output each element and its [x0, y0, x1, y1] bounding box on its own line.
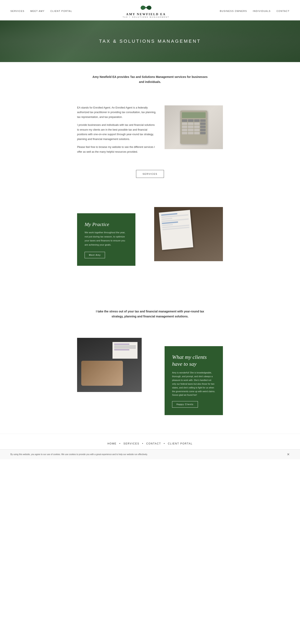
happy-clients-button[interactable]: Happy Clients: [172, 401, 198, 408]
nav-meet-amy[interactable]: MEET AMY: [30, 10, 44, 12]
testimonial-heading: What my clients have to say: [172, 354, 216, 368]
testimonial-text: Amy is wonderful! She is knowledgeable, …: [172, 371, 216, 397]
footer-client-portal[interactable]: CLIENT PORTAL: [168, 442, 193, 445]
calculator-visual: [164, 106, 223, 149]
about-image: [164, 106, 223, 149]
nav-business-owners[interactable]: BUSINESS OWNERS: [220, 10, 247, 12]
services-button[interactable]: SERVICES: [136, 170, 164, 178]
practice-section: My Practice We work together throughout …: [69, 213, 231, 272]
intro-section: Amy Newfield EA provides Tax and Solutio…: [88, 62, 212, 93]
meet-amy-button[interactable]: Meet Amy: [84, 252, 105, 258]
footer-sep-1: •: [120, 442, 122, 445]
footer-nav-links: HOME • SERVICES • CONTACT • CLIENT PORTA…: [4, 442, 296, 445]
about-section: EA stands for Enrolled Agent. An Enrolle…: [69, 106, 231, 158]
calculator-buttons: [182, 119, 206, 134]
invoice-lines: [161, 212, 190, 230]
invoice-line: [162, 224, 173, 226]
brand-sub: TAX + SOLUTIONS MANAGEMENT: [123, 16, 170, 18]
writing-visual: [77, 338, 142, 392]
main-nav: SERVICES MEET AMY CLIENT PORTAL AMY NEWF…: [0, 0, 300, 20]
nav-right: BUSINESS OWNERS INDIVIDUALS CONTACT: [220, 10, 290, 12]
services-button-wrap: SERVICES: [0, 166, 300, 188]
nav-client-portal-left[interactable]: CLIENT PORTAL: [50, 10, 72, 12]
practice-card: My Practice We work together throughout …: [77, 213, 136, 266]
invoice-visual: [154, 207, 223, 261]
footer-contact[interactable]: CONTACT: [146, 442, 161, 445]
hero-title: TAX & SOLUTIONS MANAGEMENT: [99, 38, 201, 44]
testimonial-card: What my clients have to say Amy is wonde…: [164, 346, 223, 415]
nav-contact[interactable]: CONTACT: [276, 10, 290, 12]
practice-image: [154, 207, 223, 261]
hand-visual: [81, 361, 123, 386]
about-para-1: EA stands for Enrolled Agent. An Enrolle…: [77, 106, 156, 120]
footer-services[interactable]: SERVICES: [124, 442, 140, 445]
cookie-close-button[interactable]: ✕: [283, 452, 290, 456]
invoice-line: [162, 218, 172, 220]
nav-left: SERVICES MEET AMY CLIENT PORTAL: [10, 10, 72, 12]
hero-section: TAX & SOLUTIONS MANAGEMENT: [0, 20, 300, 62]
testimonial-section: What my clients have to say Amy is wonde…: [69, 338, 231, 404]
check-lines: [114, 344, 136, 350]
footer-nav: HOME • SERVICES • CONTACT • CLIENT PORTA…: [0, 434, 300, 449]
about-para-3: Please feel free to browse my website to…: [77, 145, 156, 154]
footer-home[interactable]: HOME: [108, 442, 117, 445]
check-line: [114, 344, 130, 345]
check-line: [114, 348, 136, 348]
check-visual: [112, 342, 138, 359]
nav-center: AMY NEWFIELD EA TAX + SOLUTIONS MANAGEME…: [123, 4, 170, 18]
footer-sep-2: •: [142, 442, 144, 445]
stress-section: I take the stress out of your tax and fi…: [92, 296, 208, 330]
practice-text: We work together throughout the year, no…: [84, 230, 128, 247]
about-text: EA stands for Enrolled Agent. An Enrolle…: [77, 106, 156, 158]
stress-text: I take the stress out of your tax and fi…: [96, 309, 204, 319]
cookie-bar: By using this website, you agree to our …: [0, 449, 300, 459]
invoice-line: [162, 222, 178, 224]
testimonial-image: [77, 338, 142, 392]
cookie-text: By using this website, you agree to our …: [10, 453, 283, 456]
brand-name: AMY NEWFIELD EA: [123, 12, 170, 16]
intro-text: Amy Newfield EA provides Tax and Solutio…: [92, 74, 208, 84]
about-para-2: I provide businesses and individuals wit…: [77, 123, 156, 142]
invoice-paper: [159, 210, 193, 250]
calculator-screen: [182, 112, 206, 118]
calculator-body: [180, 110, 207, 144]
nav-individuals[interactable]: INDIVIDUALS: [253, 10, 271, 12]
check-line: [114, 346, 136, 346]
logo-icon: [140, 4, 152, 12]
practice-heading: My Practice: [84, 222, 128, 227]
check-line: [114, 349, 130, 350]
footer-sep-3: •: [164, 442, 166, 445]
nav-services[interactable]: SERVICES: [10, 10, 24, 12]
